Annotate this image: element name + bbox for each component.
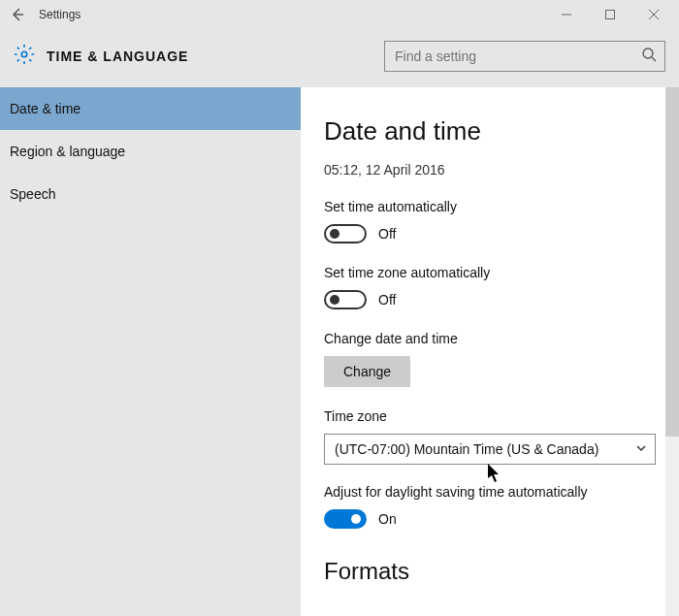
tz-dropdown[interactable]: (UTC-07:00) Mountain Time (US & Canada) — [324, 434, 656, 465]
titlebar: Settings — [0, 0, 679, 29]
close-button[interactable] — [631, 0, 675, 29]
dst-toggle[interactable] — [324, 509, 367, 529]
current-datetime: 05:12, 12 April 2016 — [324, 162, 656, 178]
sidebar-item-label: Date & time — [10, 101, 81, 116]
set-tz-auto-label: Set time zone automatically — [324, 265, 656, 280]
chevron-down-icon — [635, 441, 647, 457]
cursor-icon — [488, 464, 501, 483]
minimize-icon — [562, 10, 571, 19]
content-wrap: Date and time 05:12, 12 April 2016 Set t… — [301, 87, 679, 616]
change-dt-label: Change date and time — [324, 331, 656, 346]
page-title: Date and time — [324, 116, 656, 146]
svg-point-5 — [643, 49, 653, 58]
sidebar-item-label: Speech — [10, 186, 55, 202]
set-time-auto-state: Off — [378, 226, 396, 242]
set-tz-auto-toggle[interactable] — [324, 290, 367, 309]
svg-point-4 — [21, 51, 27, 57]
change-button[interactable]: Change — [324, 356, 410, 387]
sidebar-item-date-time[interactable]: Date & time — [0, 87, 301, 130]
header: TIME & LANGUAGE — [0, 29, 679, 87]
settings-window: Settings TIME & LANGUAGE Date & time Reg… — [0, 0, 679, 616]
toggle-knob — [330, 295, 340, 305]
maximize-button[interactable] — [588, 0, 631, 29]
section-title: TIME & LANGUAGE — [47, 49, 188, 64]
set-time-auto-toggle[interactable] — [324, 224, 367, 243]
formats-heading: Formats — [324, 558, 656, 585]
set-time-auto-label: Set time automatically — [324, 199, 656, 214]
tz-dropdown-value: (UTC-07:00) Mountain Time (US & Canada) — [335, 441, 598, 457]
set-time-auto-row: Off — [324, 224, 656, 243]
sidebar: Date & time Region & language Speech — [0, 87, 301, 616]
maximize-icon — [605, 10, 615, 19]
header-left: TIME & LANGUAGE — [14, 44, 188, 69]
dst-row: On — [324, 509, 656, 529]
body: Date & time Region & language Speech Dat… — [0, 87, 679, 616]
svg-line-6 — [652, 57, 656, 61]
close-icon — [649, 10, 659, 19]
dst-label: Adjust for daylight saving time automati… — [324, 484, 656, 500]
sidebar-item-label: Region & language — [10, 144, 125, 159]
minimize-button[interactable] — [544, 0, 588, 29]
svg-rect-1 — [605, 11, 614, 19]
search-icon — [641, 47, 657, 66]
set-tz-auto-row: Off — [324, 290, 656, 309]
sidebar-item-speech[interactable]: Speech — [0, 173, 301, 215]
arrow-left-icon — [10, 7, 25, 22]
titlebar-left: Settings — [4, 1, 81, 28]
search-input[interactable] — [395, 49, 641, 64]
back-button[interactable] — [4, 1, 31, 28]
dst-state: On — [378, 511, 397, 527]
set-tz-auto-state: Off — [378, 292, 396, 308]
sidebar-item-region-language[interactable]: Region & language — [0, 130, 301, 173]
search-box[interactable] — [384, 41, 665, 72]
window-controls — [544, 0, 675, 29]
content: Date and time 05:12, 12 April 2016 Set t… — [301, 87, 679, 616]
window-title: Settings — [39, 8, 81, 21]
tz-label: Time zone — [324, 408, 656, 424]
toggle-knob — [330, 229, 340, 239]
toggle-knob — [351, 514, 361, 524]
gear-icon — [14, 44, 35, 69]
